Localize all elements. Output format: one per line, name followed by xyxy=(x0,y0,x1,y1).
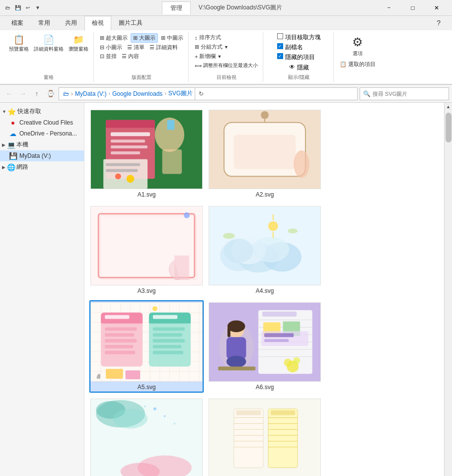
sidebar-item-creative-cloud[interactable]: ● Creative Cloud Files xyxy=(0,117,84,128)
btn-tiles[interactable]: ⊡ 並排 xyxy=(98,52,119,61)
svg-rect-102 xyxy=(264,339,289,342)
btn-selected-options[interactable]: 📋 選取的項目 xyxy=(338,60,377,68)
svg-rect-77 xyxy=(126,370,141,379)
sidebar-item-onedrive[interactable]: ☁ OneDrive - Persona... xyxy=(0,128,84,139)
ribbon: 檔案 常用 共用 檢視 圖片工具 ? 📋 預覽窗格 📄 詳細資料窗格 📁 瀏覽窗… xyxy=(0,16,452,85)
refresh-button[interactable]: ↻ xyxy=(195,87,207,100)
svg-rect-74 xyxy=(153,345,181,348)
sidebar-label-mydata: MyData (V:) xyxy=(19,152,51,159)
file-item-a7[interactable]: A7.svg xyxy=(89,397,204,476)
this-pc-icon: 💻 xyxy=(7,141,15,149)
tab-home[interactable]: 常用 xyxy=(31,16,58,30)
checkbox-file-ext[interactable]: ✓ 副檔名 xyxy=(277,43,321,52)
list-icon: ☰ xyxy=(127,44,132,51)
file-label-a6: A6.svg xyxy=(256,384,274,391)
scrollbar[interactable]: ▲ ▼ xyxy=(444,103,452,476)
svg-point-21 xyxy=(294,150,309,178)
file-item-a1[interactable]: A1.svg xyxy=(89,108,204,200)
group-icon: ⊞ xyxy=(195,44,199,50)
tab-picture-tools[interactable]: 圖片工具 xyxy=(111,16,150,30)
file-item-a4[interactable]: A4.svg xyxy=(208,204,322,296)
ribbon-group-show-hide: 項目核取方塊 ✓ 副檔名 ✓ 隱藏的項目 👁 隱藏 顯示/隱藏 xyxy=(264,32,334,82)
btn-browse-pane[interactable]: 📁 瀏覽窗格 xyxy=(67,33,90,54)
file-area: A1.svg A2.svg xyxy=(84,103,444,476)
tb-dropdown-icon[interactable]: ▼ xyxy=(34,4,42,12)
breadcrumb-svg[interactable]: SVG圖片 xyxy=(168,89,193,98)
minimize-button[interactable]: － xyxy=(377,0,400,16)
maximize-button[interactable]: □ xyxy=(401,0,424,16)
svg-rect-70 xyxy=(153,315,177,319)
tb-save-icon[interactable]: 💾 xyxy=(14,4,22,12)
addressbar: ← → ↑ ⌚ 🗁 › MyData (V:) › Google Downloa… xyxy=(0,85,452,103)
active-ribbon-tab-label[interactable]: 管理 xyxy=(162,1,191,14)
btn-list[interactable]: ☰ 清單 xyxy=(125,43,147,52)
svg-rect-72 xyxy=(153,333,182,337)
file-thumb-a1 xyxy=(90,110,203,189)
file-item-a8[interactable]: A8.svg xyxy=(208,397,322,476)
details-pane-icon: 📄 xyxy=(43,34,54,45)
checkbox-hidden-items[interactable]: ✓ 隱藏的項目 xyxy=(277,53,321,62)
btn-hide[interactable]: 👁 隱藏 xyxy=(289,64,309,72)
tab-help[interactable]: ? xyxy=(429,16,448,30)
svg-rect-113 xyxy=(209,399,320,476)
btn-medium[interactable]: ⊞ 中圖示 xyxy=(159,33,185,43)
btn-preview-pane[interactable]: 📋 預覽窗格 xyxy=(7,33,31,54)
btn-resize-all[interactable]: ⟺ 調整所有欄位至最適大小 xyxy=(193,62,260,69)
checkbox-item-check[interactable]: 項目核取方塊 xyxy=(277,33,321,42)
file-item-a5[interactable]: A5.svg xyxy=(89,300,204,393)
btn-content[interactable]: ☰ 內容 xyxy=(120,52,141,61)
address-box[interactable]: 🗁 › MyData (V:) › Google Downloads › SVG… xyxy=(59,87,358,100)
breadcrumb-mydata[interactable]: MyData (V:) xyxy=(75,90,107,97)
btn-details-pane[interactable]: 📄 詳細資料窗格 xyxy=(32,33,66,54)
chevron-down-icon: ▼ xyxy=(224,45,228,50)
up-button[interactable]: ↑ xyxy=(31,88,43,100)
chevron-down-icon2: ▼ xyxy=(217,54,222,59)
onedrive-icon: ☁ xyxy=(9,130,17,137)
svg-rect-2 xyxy=(106,120,155,128)
close-button[interactable]: ✕ xyxy=(425,0,448,16)
sidebar-item-quick-access[interactable]: ▼ ⭐ 快速存取 xyxy=(0,106,84,117)
btn-extra-large[interactable]: ⊞ 超大圖示 xyxy=(98,33,130,43)
svg-rect-75 xyxy=(153,351,183,354)
hidden-items-checkbox[interactable]: ✓ xyxy=(277,53,283,59)
back-button[interactable]: ← xyxy=(3,88,15,100)
selected-options-icon: 📋 xyxy=(340,61,347,68)
item-check-checkbox[interactable] xyxy=(277,33,283,39)
ribbon-group-layout: ⊞ 超大圖示 ⊞ 大圖示 ⊞ 中圖示 ⊟ 小圖示 xyxy=(95,32,189,82)
scroll-thumb[interactable] xyxy=(446,113,452,142)
tab-file[interactable]: 檔案 xyxy=(4,16,31,30)
breadcrumb-google-downloads[interactable]: Google Downloads xyxy=(112,90,162,97)
tb-undo-icon[interactable]: ↩ xyxy=(24,4,32,12)
tab-view[interactable]: 檢視 xyxy=(84,16,111,31)
tab-share[interactable]: 共用 xyxy=(58,16,84,30)
file-item-a2[interactable]: A2.svg xyxy=(208,108,322,200)
btn-small[interactable]: ⊟ 小圖示 xyxy=(98,43,124,52)
btn-details[interactable]: ☰ 詳細資料 xyxy=(148,43,180,52)
btn-add-column[interactable]: + 新增欄 ▼ xyxy=(193,52,260,61)
btn-options[interactable]: ⚙ 選項 xyxy=(346,33,370,59)
search-box[interactable]: 🔍 xyxy=(360,87,449,100)
sidebar-item-network[interactable]: ▶ 🌐 網路 xyxy=(0,161,84,173)
search-input[interactable] xyxy=(373,91,446,97)
file-thumb-a8 xyxy=(209,399,321,476)
btn-group-by[interactable]: ⊞ 分組方式 ▼ xyxy=(193,43,260,51)
content-icon: ☰ xyxy=(122,53,127,60)
sidebar-item-this-pc[interactable]: ▶ 💻 本機 xyxy=(0,139,84,150)
file-item-a6[interactable]: A6.svg xyxy=(208,300,322,393)
file-ext-checkbox[interactable]: ✓ xyxy=(277,43,283,49)
svg-rect-65 xyxy=(105,345,133,348)
extra-large-icon: ⊞ xyxy=(100,35,104,41)
sidebar-item-mydata[interactable]: 💾 MyData (V:) xyxy=(0,150,84,161)
sidebar-label-network: 網路 xyxy=(16,163,28,171)
btn-sort-by[interactable]: ↕ 排序方式 xyxy=(193,33,260,42)
btn-large[interactable]: ⊞ 大圖示 xyxy=(131,33,158,43)
file-thumb-a6 xyxy=(209,302,321,382)
scroll-up-button[interactable]: ▲ xyxy=(445,103,452,111)
svg-rect-8 xyxy=(106,163,140,166)
details-icon: ☰ xyxy=(150,44,154,51)
show-hide-group-label: 顯示/隱藏 xyxy=(288,73,309,81)
svg-point-93 xyxy=(226,356,246,368)
forward-button[interactable]: → xyxy=(17,88,29,100)
recent-button[interactable]: ⌚ xyxy=(45,88,57,100)
file-item-a3[interactable]: A3.svg xyxy=(89,204,204,296)
